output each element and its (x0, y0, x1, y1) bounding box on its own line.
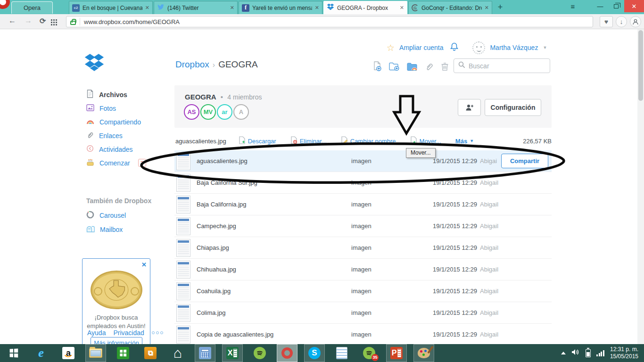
taskbar-opera[interactable] (277, 344, 297, 362)
opera-menu-button[interactable]: Opera (11, 1, 53, 14)
url-field[interactable]: www.dropbox.com/home/GEOGRA (66, 16, 593, 27)
help-link[interactable]: Ayuda (87, 329, 106, 337)
table-row[interactable]: Chihuahua.jpg imagen 19/1/2015 12:29 Abi… (174, 259, 552, 280)
user-avatar[interactable] (472, 41, 485, 54)
speed-dial-icon[interactable] (51, 19, 57, 25)
sidebar-item-carousel[interactable]: Carousel (86, 208, 126, 222)
taskbar-spotify[interactable] (249, 344, 270, 362)
taskbar-file-explorer[interactable] (85, 344, 106, 362)
taskbar-skype[interactable]: S (304, 344, 325, 362)
privacy-link[interactable]: Privacidad (113, 329, 144, 337)
table-row[interactable]: Coahuila.jpg imagen 19/1/2015 12:29 Abig… (174, 280, 552, 302)
back-button[interactable]: ← (8, 16, 16, 25)
user-menu-caret-icon[interactable]: ▼ (543, 45, 547, 50)
tab-goconqr[interactable]: G GoConqr - Editando: Drop ✕ (408, 1, 492, 14)
file-name[interactable]: Colima.jpg (197, 309, 225, 316)
table-row[interactable]: Baja California Sur.jpg imagen 19/1/2015… (174, 172, 552, 194)
browser-menu-icon[interactable]: ≡ (565, 2, 581, 12)
avatar-a[interactable]: A (233, 104, 249, 120)
table-row[interactable]: Baja California.jpg imagen 19/1/2015 12:… (174, 194, 552, 215)
taskbar-powerpoint[interactable]: P (386, 344, 407, 362)
tab-twitter[interactable]: (146) Twitter ✕ (154, 1, 238, 14)
ad-close-icon[interactable]: ✕ (141, 261, 147, 268)
tab-cuevana[interactable]: c2 En el bosque | Cuevana 2 ✕ (69, 1, 153, 14)
sidebar-item-mailbox[interactable]: Mailbox (86, 222, 126, 237)
share-button[interactable]: Compartir (501, 154, 548, 168)
file-name[interactable]: Chihuahua.jpg (197, 266, 236, 273)
scrollbar-thumb[interactable] (638, 30, 643, 101)
sidebar-item-fotos[interactable]: Fotos (86, 101, 146, 115)
avatar-mv[interactable]: MV (200, 104, 216, 120)
notifications-bell-icon[interactable] (448, 42, 460, 53)
taskbar-homegroup[interactable]: ⌂ (167, 344, 188, 362)
tray-expand-icon[interactable] (561, 352, 566, 354)
start-button[interactable] (0, 344, 27, 362)
file-name[interactable]: Copia de aguascalientes.jpg (197, 331, 273, 338)
trash-icon[interactable] (441, 62, 449, 73)
taskbar-excel[interactable]: X (222, 344, 243, 362)
table-row[interactable]: Chiapas.jpg imagen 19/1/2015 12:29 Abiga… (174, 237, 552, 259)
taskbar-spotify-notifications[interactable]: 35 (359, 344, 380, 362)
taskbar-calculator[interactable] (195, 344, 215, 362)
more-options-dots-icon[interactable] (152, 331, 163, 334)
table-row[interactable]: Campeche.jpg imagen 19/1/2015 12:29 Abig… (174, 215, 552, 237)
volume-icon[interactable] (571, 348, 580, 358)
taskbar-clock[interactable]: 12:31 p. m. 15/05/2015 (610, 346, 638, 360)
search-input[interactable] (469, 62, 539, 70)
link-paperclip-icon[interactable] (424, 62, 434, 73)
settings-button[interactable]: Configuración (485, 99, 541, 116)
avatar-ar[interactable]: ar (217, 104, 232, 120)
move-action[interactable]: Mover... (410, 136, 441, 146)
close-button[interactable]: ✕ (624, 0, 644, 12)
shared-folder-icon[interactable] (407, 62, 417, 73)
taskbar-notepad[interactable] (331, 344, 352, 362)
add-member-button[interactable] (458, 99, 481, 116)
network-signal-icon[interactable] (596, 350, 604, 356)
file-name[interactable]: Baja California Sur.jpg (197, 179, 257, 186)
tab-facebook[interactable]: f Yareli te envió un mensaje. ✕ (239, 1, 322, 14)
ad-cta-button[interactable]: Más información (91, 337, 142, 344)
minimize-button[interactable]: — (592, 0, 608, 12)
taskbar-paint[interactable] (413, 344, 434, 362)
reload-button[interactable]: ⟳ (40, 16, 46, 25)
tab-dropbox-active[interactable]: GEOGRA - Dropbox ✕ (323, 1, 407, 14)
table-row[interactable]: Copia de aguascalientes.jpg imagen 19/1/… (174, 324, 552, 344)
taskbar-ie[interactable]: e (31, 344, 51, 362)
download-action[interactable]: Descargar (239, 136, 276, 146)
battery-icon[interactable] (586, 349, 591, 357)
tab-close-icon[interactable]: ✕ (400, 5, 404, 11)
sidebar-item-actividades[interactable]: Actividades (86, 142, 146, 156)
upgrade-account-link[interactable]: Ampliar cuenta (399, 44, 443, 51)
dropbox-logo-icon[interactable] (84, 53, 105, 74)
file-name[interactable]: Coahuila.jpg (197, 288, 231, 295)
tab-close-icon[interactable]: ✕ (145, 5, 149, 11)
sidebar-item-compartiendo[interactable]: Compartiendo (86, 115, 146, 129)
file-name[interactable]: Chiapas.jpg (197, 244, 229, 251)
table-row[interactable]: aguascalientes.jpg imagen 19/1/2015 12:2… (174, 150, 552, 172)
search-box[interactable] (454, 58, 550, 73)
user-name[interactable]: Martha Vázquez (490, 44, 538, 51)
more-actions-button[interactable]: Más ▼ (455, 138, 474, 145)
bookmark-heart-icon[interactable]: ♥ (600, 16, 613, 27)
taskbar-windows-store[interactable] (113, 344, 133, 362)
tab-close-icon[interactable]: ✕ (485, 5, 489, 11)
avatar-as[interactable]: AS (184, 104, 199, 120)
tab-close-icon[interactable]: ✕ (230, 5, 234, 11)
sidebar-item-archivos[interactable]: Archivos (86, 88, 146, 101)
sidebar-item-comenzar[interactable]: Comenzar 2 (86, 156, 146, 170)
sidebar-item-enlaces[interactable]: Enlaces (86, 129, 146, 142)
upload-file-icon[interactable] (372, 61, 382, 74)
file-name[interactable]: aguascalientes.jpg (197, 157, 248, 165)
file-name[interactable]: Campeche.jpg (197, 222, 236, 230)
profile-icon[interactable] (630, 16, 641, 27)
new-tab-button[interactable]: + (493, 1, 507, 14)
downloads-icon[interactable]: ↓ (616, 16, 627, 27)
delete-action[interactable]: Eliminar... (290, 136, 327, 146)
taskbar-library[interactable]: ⧉ (140, 344, 161, 362)
new-folder-icon[interactable] (389, 62, 400, 73)
restore-button[interactable] (608, 0, 624, 12)
rename-action[interactable]: Cambiar nombre (341, 136, 396, 146)
breadcrumb-root[interactable]: Dropbox (175, 59, 209, 69)
tab-close-icon[interactable]: ✕ (315, 5, 319, 11)
file-name[interactable]: Baja California.jpg (197, 201, 247, 208)
